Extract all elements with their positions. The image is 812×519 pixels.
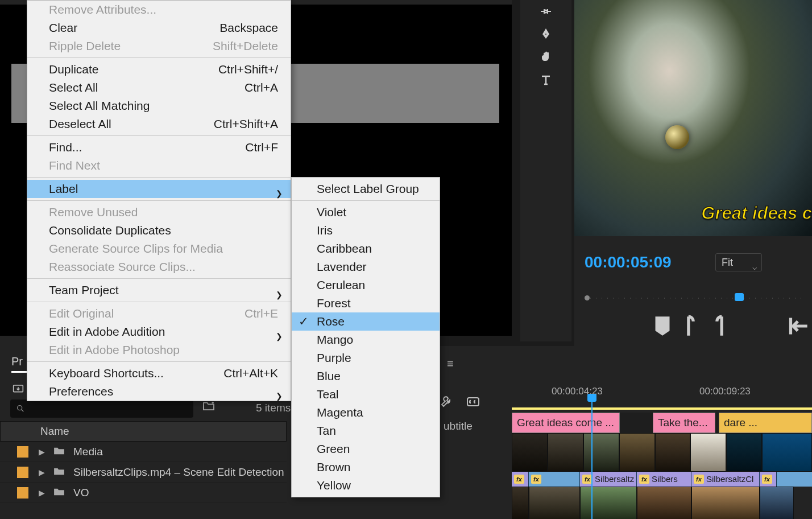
project-row[interactable]: ▶ SilbersaltzClips.mp4 – Scene Edit Dete… bbox=[0, 462, 287, 483]
menu-item-edit-in-adobe-audition[interactable]: Edit in Adobe Audition❯ bbox=[27, 323, 291, 341]
clip-segment[interactable]: fx bbox=[529, 472, 580, 487]
project-row[interactable]: ▶ VO bbox=[0, 483, 287, 503]
menu-item-select-all-matching[interactable]: Select All Matching bbox=[27, 97, 291, 115]
menu-separator bbox=[27, 177, 291, 178]
captions-icon[interactable] bbox=[466, 395, 480, 411]
label-color-brown[interactable]: Brown bbox=[292, 458, 440, 476]
expand-arrow-icon[interactable]: ▶ bbox=[39, 488, 45, 497]
menu-item-team-project[interactable]: Team Project❯ bbox=[27, 281, 291, 299]
clip-segment[interactable]: fx bbox=[512, 472, 529, 487]
label-color-mango[interactable]: Mango bbox=[292, 331, 440, 349]
menu-item-consolidate-duplicates[interactable]: Consolidate Duplicates bbox=[27, 221, 291, 240]
svg-point-3 bbox=[212, 402, 213, 403]
label-color-forest[interactable]: Forest bbox=[292, 294, 440, 312]
timeline-ruler[interactable]: 00:00:04:23 00:00:09:23 bbox=[512, 386, 812, 405]
menu-item-select-label-group[interactable]: Select Label Group bbox=[292, 180, 440, 198]
clip-segment[interactable]: fxSilbers bbox=[637, 472, 691, 487]
thumb bbox=[512, 487, 529, 519]
menu-shortcut: Backspace bbox=[219, 19, 278, 37]
caption-clip-selected[interactable]: dare ... bbox=[719, 413, 812, 433]
subtitle-track-label: ubtitle bbox=[444, 420, 473, 432]
project-row[interactable]: ▶ Media bbox=[0, 442, 287, 462]
mark-out-icon[interactable] bbox=[705, 315, 734, 337]
menu-shortcut: Shift+Delete bbox=[213, 37, 278, 55]
thumb bbox=[580, 487, 637, 519]
hand-tool-icon[interactable] bbox=[520, 46, 571, 68]
program-video[interactable]: Great ideas c bbox=[574, 0, 812, 236]
label-swatch bbox=[17, 467, 28, 478]
zoom-fit-dropdown[interactable]: Fit ⌵ bbox=[715, 253, 762, 271]
menu-separator bbox=[27, 200, 291, 201]
label-color-violet[interactable]: Violet bbox=[292, 203, 440, 221]
check-icon: ✓ bbox=[299, 312, 309, 331]
item-count-label: 5 items bbox=[256, 402, 291, 414]
clip-segment[interactable]: fx bbox=[760, 472, 777, 487]
menu-item-find[interactable]: Find...Ctrl+F bbox=[27, 138, 291, 156]
wrench-icon[interactable] bbox=[440, 395, 454, 411]
label-submenu: Select Label GroupVioletIrisCaribbeanLav… bbox=[291, 177, 440, 497]
menu-item-clear[interactable]: ClearBackspace bbox=[27, 19, 291, 37]
add-marker-icon[interactable] bbox=[648, 315, 677, 337]
scrub-handle[interactable] bbox=[735, 293, 744, 301]
program-scrub-track[interactable] bbox=[585, 291, 802, 307]
type-tool-icon[interactable] bbox=[520, 68, 571, 91]
column-header[interactable]: Name bbox=[0, 421, 287, 442]
menu-item-preferences[interactable]: Preferences❯ bbox=[27, 382, 291, 401]
caption-clip[interactable]: Great ideas come ... bbox=[512, 413, 620, 433]
ruler-tick: 00:00:09:23 bbox=[699, 386, 751, 397]
label-color-teal[interactable]: Teal bbox=[292, 385, 440, 403]
menu-separator bbox=[292, 200, 440, 201]
import-icon[interactable] bbox=[11, 382, 25, 397]
project-tab-label[interactable]: Pr bbox=[11, 355, 23, 368]
clip-label: Silbers bbox=[652, 472, 678, 486]
bin-icon bbox=[53, 446, 65, 458]
label-color-purple[interactable]: Purple bbox=[292, 349, 440, 367]
menu-item-duplicate[interactable]: DuplicateCtrl+Shift+/ bbox=[27, 60, 291, 79]
menu-separator bbox=[27, 361, 291, 362]
fx-badge-icon: fx bbox=[762, 475, 772, 484]
label-color-green[interactable]: Green bbox=[292, 440, 440, 458]
menu-item-select-all[interactable]: Select AllCtrl+A bbox=[27, 79, 291, 97]
clip-segment[interactable]: fxSilbersaltzCl bbox=[691, 472, 760, 487]
video-clip-row[interactable]: fx fx fxSilbersaltz fxSilbers fxSilbersa… bbox=[512, 472, 812, 487]
label-color-iris[interactable]: Iris bbox=[292, 221, 440, 240]
program-timecode[interactable]: 00:00:05:09 bbox=[585, 253, 672, 271]
menu-shortcut: Ctrl+E bbox=[245, 304, 278, 323]
label-color-cerulean[interactable]: Cerulean bbox=[292, 276, 440, 294]
clip-segment[interactable]: fxSilbersaltz bbox=[580, 472, 637, 487]
menu-shortcut: Ctrl+Shift+/ bbox=[218, 60, 278, 79]
menu-item-find-next: Find Next bbox=[27, 156, 291, 175]
ripple-edit-tool-icon[interactable] bbox=[520, 0, 571, 23]
tool-strip bbox=[520, 0, 571, 341]
label-color-rose[interactable]: Rose✓ bbox=[292, 312, 440, 331]
timeline-playhead[interactable] bbox=[591, 399, 593, 519]
label-color-blue[interactable]: Blue bbox=[292, 367, 440, 385]
menu-item-edit-original: Edit OriginalCtrl+E bbox=[27, 304, 291, 323]
caption-track[interactable]: Great ideas come ... Take the... dare ..… bbox=[512, 413, 812, 433]
expand-arrow-icon[interactable]: ▶ bbox=[39, 447, 45, 456]
panel-menu-icon[interactable]: ≡ bbox=[447, 357, 454, 370]
label-color-magenta[interactable]: Magenta bbox=[292, 403, 440, 422]
pen-tool-icon[interactable] bbox=[520, 23, 571, 46]
menu-item-keyboard-shortcuts[interactable]: Keyboard Shortcuts...Ctrl+Alt+K bbox=[27, 364, 291, 382]
mark-in-icon[interactable] bbox=[677, 315, 705, 337]
scrub-ruler bbox=[585, 298, 802, 299]
menu-shortcut: Ctrl+Alt+K bbox=[223, 364, 278, 382]
menu-item-deselect-all[interactable]: Deselect AllCtrl+Shift+A bbox=[27, 115, 291, 133]
new-bin-icon[interactable] bbox=[202, 401, 215, 413]
thumb bbox=[760, 487, 794, 519]
thumb bbox=[512, 433, 548, 472]
menu-item-ripple-delete: Ripple DeleteShift+Delete bbox=[27, 37, 291, 55]
menu-item-label[interactable]: Label❯ bbox=[27, 180, 291, 198]
label-color-yellow[interactable]: Yellow bbox=[292, 476, 440, 495]
submenu-arrow-icon: ❯ bbox=[276, 286, 283, 304]
label-color-caribbean[interactable]: Caribbean bbox=[292, 240, 440, 258]
work-area-bar[interactable] bbox=[512, 407, 812, 410]
expand-arrow-icon[interactable]: ▶ bbox=[39, 468, 45, 477]
scrub-start-dot bbox=[585, 295, 590, 300]
go-to-in-icon[interactable] bbox=[784, 315, 812, 337]
label-color-tan[interactable]: Tan bbox=[292, 422, 440, 440]
project-search-input[interactable] bbox=[10, 399, 193, 418]
label-color-lavender[interactable]: Lavender bbox=[292, 258, 440, 276]
caption-clip[interactable]: Take the... bbox=[653, 413, 715, 433]
